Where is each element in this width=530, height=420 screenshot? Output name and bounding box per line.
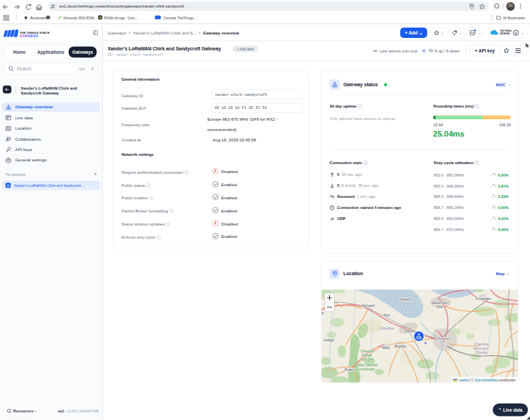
svg-text:and Dee: and Dee (362, 358, 374, 361)
svg-text:Buckley: Buckley (395, 344, 407, 348)
svg-text:©: © (471, 378, 474, 382)
svg-text:OpenStreetMap: OpenStreetMap (475, 379, 498, 382)
svg-text:Chester: Chester (435, 337, 451, 341)
svg-text:Range: Range (362, 354, 372, 357)
svg-text:Holywell: Holywell (362, 303, 375, 308)
svg-text:Chester: Chester (475, 350, 488, 354)
svg-text:Ruthin: Ruthin (344, 368, 355, 372)
svg-text:enbigh: enbigh (324, 338, 334, 342)
svg-text:Clwydian: Clwydian (361, 350, 375, 353)
svg-text:Mold: Mold (382, 346, 390, 350)
svg-text:Flintshire: Flintshire (380, 326, 394, 330)
svg-text:Frodsham: Frodsham (475, 297, 491, 301)
svg-text:Shotton: Shotton (404, 329, 416, 333)
svg-text:contributors: contributors (498, 379, 516, 382)
svg-text:Valley National: Valley National (356, 363, 378, 367)
svg-text:Neston: Neston (400, 297, 411, 301)
svg-text:ph: ph (322, 311, 324, 315)
svg-text:Port: Port (437, 305, 444, 309)
svg-text:Leaflet: Leaflet (459, 379, 469, 382)
svg-text:|: | (469, 379, 470, 382)
svg-text:Flint: Flint (384, 313, 391, 317)
svg-text:Landscape: Landscape (359, 368, 375, 371)
